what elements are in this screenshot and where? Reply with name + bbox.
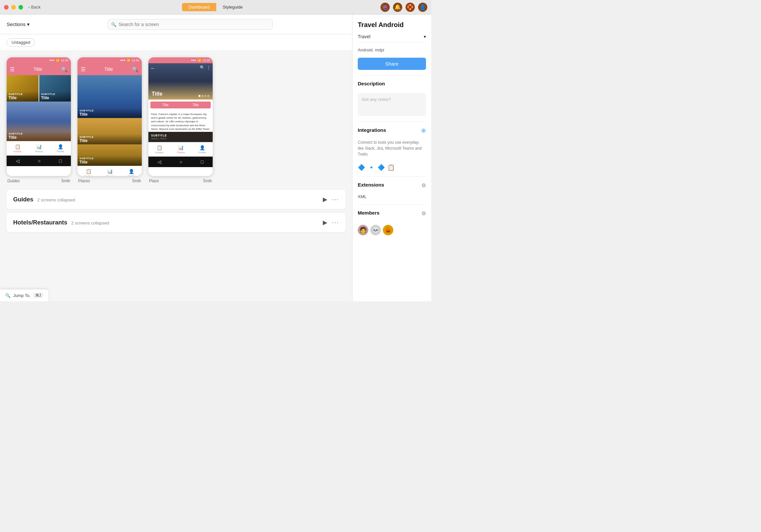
app-bar-2: ☰ Title 🔍 [78,63,142,75]
right-sidebar: Travel Android Travel ▾ Android, mdpi Sh… [352,15,431,301]
back-button[interactable]: ‹ Back [29,5,40,10]
teams-icon[interactable]: 🔷 [378,164,385,171]
project-category-dropdown[interactable]: Travel ▾ [358,34,426,42]
minimize-button[interactable] [11,5,16,10]
search-icon: 🔍 [111,22,116,27]
nav-places-3[interactable]: 📊 Places [177,145,185,154]
menu-icon: ☰ [10,66,15,73]
nav-profile-1[interactable]: 👤 Profile [57,144,64,153]
chevron-left-icon: ‹ [29,5,30,10]
integrations-title: Integrations [358,127,386,133]
sections-dropdown[interactable]: Sections ▾ [7,22,30,27]
search-input[interactable] [108,19,273,30]
integrations-sub: Connect to tools you use everyday; like … [358,139,426,157]
description-title: Description [358,81,426,86]
divider-3 [358,176,426,177]
nav-places-1[interactable]: 📊 Places [35,144,43,153]
chevron-down-icon: ▾ [424,34,426,39]
add-integration-button[interactable]: ⊕ [421,127,426,134]
filter-tag-untagged[interactable]: Untagged [7,38,35,46]
bottom-nav-2: 📋 Guides 📊 Places 👤 Profile [78,166,142,176]
collapsed-guides: Guides 2 screens collapsed ▶ ··· [7,190,346,209]
back-arrow: ← [150,65,156,71]
phone-places[interactable]: ▾▾▾ 📶 12:30 ☰ Title 🔍 SUBTITLE [78,57,142,176]
more-guides-button[interactable]: ··· [332,196,339,203]
tab-dashboard[interactable]: Dashboard [182,3,216,11]
maximize-button[interactable] [19,5,23,10]
extensions-title: Extensions [358,182,384,187]
phone-label-places: Places 5mth [78,179,142,183]
chevron-down-icon: ▾ [27,22,30,27]
avatar-notification: 🔔 [393,3,402,12]
expand-guides-button[interactable]: ▶ [323,196,327,203]
trello-icon[interactable]: 📋 [387,164,395,171]
nav-places-2[interactable]: 📊 Places [106,169,114,176]
dots-indicator [199,95,209,97]
tile-sand2: SUBTITLE Title [78,144,142,166]
collapsed-count-hotels: 2 screens collapsed [71,221,109,226]
expand-hotels-button[interactable]: ▶ [323,219,327,226]
description-box[interactable]: Got any notes? [358,93,426,116]
phone-wrap-place: ▾▾▾ 📶 12:30 Title ← 🔍 ⋮ [148,57,213,183]
jump-label: Jump To, [13,293,31,298]
extensions-value: XML [358,194,426,199]
nav-guides-2[interactable]: 📋 Guides [84,169,92,176]
jira-icon[interactable]: 🔹 [368,164,375,171]
android-bar-1: ◁ ○ □ [7,156,71,166]
share-button[interactable]: Share [358,58,426,70]
bottom-nav-3: 📋 Guides 📊 Places 👤 Profile [148,142,213,157]
screen-name-places: Places [78,179,90,183]
more-hotels-button[interactable]: ··· [332,219,339,226]
integrations-header: Integrations ⊕ [358,127,426,134]
collapsed-title-hotels: Hotels/Restaurants [13,219,67,226]
slack-icon[interactable]: 🔷 [358,164,365,171]
screen-age-place: 5mth [203,179,212,183]
status-bar-2: ▾▾▾ 📶 12:30 [78,57,142,63]
tab-bar: Dashboard Styleguide [182,3,249,11]
top-actions: 🔍 ⋮ [200,65,211,70]
phone-place[interactable]: ▾▾▾ 📶 12:30 Title ← 🔍 ⋮ [148,57,213,176]
jump-shortcut[interactable]: ⌘J [33,293,43,298]
close-button[interactable] [4,5,9,10]
tab-styleguide[interactable]: Styleguide [216,3,249,11]
avatar-grape: 🍇 [380,3,390,12]
tab-title-1[interactable]: Title [150,101,181,108]
members-settings-icon[interactable]: ⚙ [421,210,426,217]
subtitle-bar: SUBTITLE SMALL INFO [148,132,213,142]
tab-title-2[interactable]: Title [181,101,211,108]
project-title: Travel Android [358,21,426,29]
titlebar: ‹ Back Dashboard Styleguide 🍇 🔔 🛟 👤 [0,0,431,15]
tile-grid-guides: SUBTITLE Title SUBTITLE Title [7,75,71,101]
screen-name-place: Place [149,179,159,183]
nav-guides-1[interactable]: 📋 Guides [13,144,22,153]
main-layout: Sections ▾ 🔍 Untagged ▾▾▾ [0,15,431,301]
filter-area: Untagged [0,34,352,51]
nav-profile-3[interactable]: 👤 Profile [199,145,206,154]
tile-sand: SUBTITLE Title [78,118,142,144]
nav-guides-3[interactable]: 📋 Guides [155,145,163,154]
search-box: 🔍 [108,19,273,30]
content-area: Sections ▾ 🔍 Untagged ▾▾▾ [0,15,352,301]
screen-name-guides: Guides [7,179,20,183]
collapsed-hotels: Hotels/Restaurants 2 screens collapsed ▶… [7,213,346,232]
titlebar-actions: 🍇 🔔 🛟 👤 [380,3,427,12]
avatar-help: 🛟 [406,3,415,12]
member-avatar-2: 💀 [370,225,381,235]
phone-label-place: Place 5mth [148,179,213,183]
nav-profile-2[interactable]: 👤 Profile [128,169,135,176]
extensions-settings-icon[interactable]: ⚙ [421,182,426,188]
bottom-nav-1: 📋 Guides 📊 Places 👤 Profile [7,141,71,156]
member-avatar-1: 🧑 [358,225,368,235]
sections-label: Sections [7,22,26,27]
search-icon-small: 🔍 [5,293,11,298]
project-spec: Android, mdpi [358,47,426,52]
divider-1 [358,75,426,76]
members-header: Members ⚙ [358,210,426,217]
status-bar-3: ▾▾▾ 📶 12:30 [148,57,213,63]
phone-guides[interactable]: ▾▾▾ 📶 12:30 ☰ Title 🔍 [7,57,71,176]
collapsed-count-guides: 2 screens collapsed [37,197,75,202]
detail-tabs: Title Title [148,100,213,110]
window-controls [4,5,23,10]
hero-image: Title ← 🔍 ⋮ [148,63,213,100]
screens-area: ▾▾▾ 📶 12:30 ☰ Title 🔍 [0,51,352,301]
